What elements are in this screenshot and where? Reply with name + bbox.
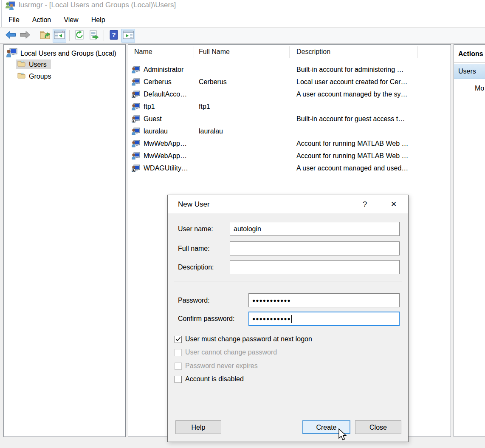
confirm-password-label: Confirm password: bbox=[178, 312, 234, 326]
close-icon[interactable]: ✕ bbox=[387, 195, 400, 213]
user-name: lauralau bbox=[144, 128, 168, 135]
user-account-icon bbox=[132, 103, 140, 112]
user-full-name: ftp1 bbox=[199, 103, 210, 111]
show-console-tree-icon bbox=[54, 30, 65, 41]
dialog-help-button[interactable]: ? bbox=[359, 195, 371, 213]
tree-item-groups[interactable]: Groups bbox=[16, 71, 55, 81]
user-name: Cerberus bbox=[144, 78, 172, 86]
table-row[interactable]: Cerberus Cerberus Local user account cre… bbox=[128, 77, 451, 89]
user-description: Account for running MATLAB Web … bbox=[296, 140, 409, 147]
actions-item-users[interactable]: Users bbox=[454, 64, 485, 79]
table-row[interactable]: Administrator Built-in account for admin… bbox=[128, 64, 451, 77]
forward-icon bbox=[20, 30, 31, 41]
full-name-label: Full name: bbox=[178, 241, 210, 255]
masked-confirm-password: ●●●●●●●●●●● bbox=[252, 316, 291, 321]
description-label: Description: bbox=[178, 260, 214, 274]
masked-password: ●●●●●●●●●●● bbox=[252, 298, 291, 303]
checkbox-checked-icon bbox=[175, 336, 182, 343]
user-account-disabled-icon bbox=[132, 115, 140, 125]
actions-panel: Actions Users Mo bbox=[454, 44, 485, 437]
tree-item-users[interactable]: Users bbox=[16, 60, 51, 69]
user-description: A user account managed by the sy… bbox=[296, 91, 407, 98]
new-user-dialog: New User ? ✕ User name: Full name: Descr… bbox=[167, 195, 409, 442]
dialog-title-bar: New User ? ✕ bbox=[168, 195, 408, 213]
up-one-level-button[interactable] bbox=[38, 29, 52, 43]
user-description: A user account managed and used… bbox=[296, 164, 408, 172]
back-button[interactable] bbox=[4, 29, 17, 43]
user-name-label: User name: bbox=[178, 222, 213, 236]
column-divider bbox=[417, 46, 418, 58]
toolbar-separator bbox=[69, 30, 70, 41]
menu-file[interactable]: File bbox=[8, 16, 20, 24]
actions-header: Actions bbox=[454, 45, 485, 62]
table-row[interactable]: MwWebApp… Account for running MATLAB Web… bbox=[128, 138, 451, 150]
help-dialog-button[interactable]: Help bbox=[175, 420, 221, 434]
tree-item-label: Users bbox=[29, 61, 47, 68]
user-name: ftp1 bbox=[144, 103, 155, 111]
export-list-button[interactable] bbox=[87, 29, 101, 43]
table-row[interactable]: lauralau lauralau bbox=[128, 126, 451, 138]
toolbar-separator bbox=[104, 30, 104, 41]
column-divider bbox=[289, 46, 290, 58]
close-button[interactable]: Close bbox=[355, 420, 401, 434]
description-field[interactable] bbox=[230, 260, 400, 274]
user-account-icon bbox=[132, 140, 140, 149]
svg-text:?: ? bbox=[112, 31, 116, 38]
tree-item-label: Groups bbox=[29, 73, 51, 80]
user-full-name: Cerberus bbox=[199, 78, 227, 86]
table-row[interactable]: ftp1 ftp1 bbox=[128, 101, 451, 113]
users-groups-app-icon bbox=[5, 1, 15, 11]
title-bar: lusrmgr - [Local Users and Groups (Local… bbox=[0, 0, 485, 12]
forward-button[interactable] bbox=[18, 29, 32, 43]
user-name-field[interactable] bbox=[230, 222, 400, 236]
tree-root-local-users-and-groups[interactable]: Local Users and Groups (Local) bbox=[6, 48, 116, 59]
help-button[interactable]: ? bbox=[107, 29, 121, 43]
menu-view[interactable]: View bbox=[64, 16, 78, 24]
window-title: lusrmgr - [Local Users and Groups (Local… bbox=[19, 1, 176, 9]
toolbar: ? bbox=[0, 27, 485, 44]
user-name: MwWebApp… bbox=[144, 140, 187, 147]
toolbar-separator bbox=[35, 30, 35, 41]
table-row[interactable]: WDAGUtility… A user account managed and … bbox=[128, 163, 451, 175]
checkbox-label: Account is disabled bbox=[185, 375, 244, 383]
user-description: Local user account created for Cer… bbox=[296, 78, 407, 86]
table-row[interactable]: DefaultAcco… A user account managed by t… bbox=[128, 89, 451, 101]
folder-icon bbox=[17, 72, 25, 80]
user-account-icon bbox=[132, 128, 140, 137]
lusrmgr-window: lusrmgr - [Local Users and Groups (Local… bbox=[0, 0, 485, 448]
user-name: WDAGUtility… bbox=[144, 164, 188, 172]
column-divider bbox=[194, 46, 194, 58]
checkbox-label: User cannot change password bbox=[185, 349, 277, 356]
show-console-tree-button[interactable] bbox=[53, 29, 66, 43]
checkbox-must-change-password[interactable]: User must change password at next logon bbox=[175, 335, 312, 343]
confirm-password-field[interactable]: ●●●●●●●●●●● bbox=[248, 312, 400, 326]
checkbox-unchecked-icon bbox=[175, 376, 182, 383]
checkbox-label: User must change password at next logon bbox=[185, 335, 312, 343]
mouse-cursor bbox=[338, 428, 348, 443]
column-header-description[interactable]: Description bbox=[296, 45, 330, 59]
column-header-full-name[interactable]: Full Name bbox=[199, 45, 230, 59]
user-name: DefaultAcco… bbox=[144, 91, 187, 98]
more-actions-item[interactable]: Mo bbox=[454, 85, 485, 92]
dialog-title: New User bbox=[178, 195, 210, 213]
table-row[interactable]: MwWebApp… Account for running MATLAB Web… bbox=[128, 150, 451, 163]
user-name: Guest bbox=[144, 115, 162, 123]
checkbox-unchecked-icon bbox=[175, 363, 182, 370]
show-action-pane-icon bbox=[123, 30, 134, 41]
user-account-disabled-icon bbox=[132, 91, 140, 100]
tree-root-label: Local Users and Groups (Local) bbox=[20, 50, 116, 57]
password-field[interactable]: ●●●●●●●●●●● bbox=[248, 293, 400, 307]
user-description: Built-in account for administering … bbox=[296, 66, 404, 74]
table-row[interactable]: Guest Built-in account for guest access … bbox=[128, 113, 451, 126]
menu-help[interactable]: Help bbox=[91, 16, 105, 24]
menu-bar: File Action View Help bbox=[0, 14, 485, 26]
help-icon: ? bbox=[109, 30, 118, 42]
back-icon bbox=[5, 30, 16, 41]
show-action-pane-button[interactable] bbox=[121, 29, 135, 43]
checkbox-account-is-disabled[interactable]: Account is disabled bbox=[175, 375, 244, 383]
text-caret bbox=[291, 315, 292, 323]
full-name-field[interactable] bbox=[230, 241, 400, 255]
refresh-button[interactable] bbox=[73, 29, 86, 43]
column-header-name[interactable]: Name bbox=[134, 45, 152, 59]
menu-action[interactable]: Action bbox=[32, 16, 51, 24]
